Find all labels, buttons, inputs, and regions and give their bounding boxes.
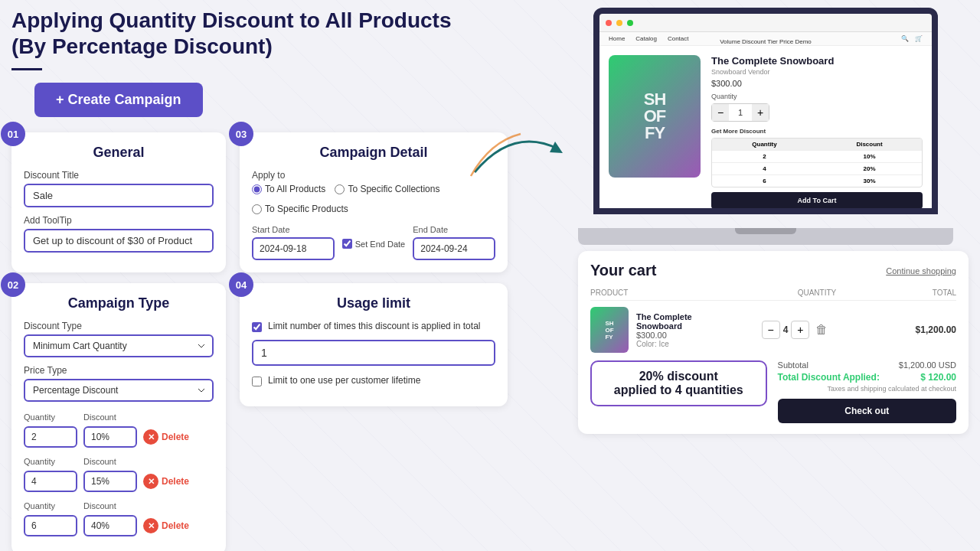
product-name: The Complete Snowboard [711,55,923,67]
cart-delete-icon[interactable]: 🗑 [812,321,831,339]
usage-limit-card: 04 Usage limit Limit number of times thi… [240,283,508,406]
more-discount-label: Get More Discount [711,128,923,135]
nav-contact[interactable]: Contact [668,35,689,42]
browser-dot-green [627,20,633,26]
laptop-qty-minus[interactable]: − [712,104,729,121]
create-campaign-button[interactable]: + Create Campaign [34,83,203,117]
discount-table-header: Quantity Discount [712,139,922,150]
laptop-qty-controls: − 1 + [711,103,769,122]
disc-input-2[interactable] [83,471,137,492]
usage-limit-checkbox-2-row: Limit to one use per customer lifetime [252,375,495,386]
delete-button-3[interactable]: ✕ Delete [143,518,189,533]
qty-discount-row-3: ✕ Delete [24,515,214,536]
cart-col-product-header: PRODUCT [590,289,765,297]
cart-header: Your cart Continue shopping [590,262,956,279]
laptop-qty-plus[interactable]: + [752,104,769,121]
disc-col-header-3: Discount [83,501,116,510]
campaign-type-card: 02 Campaign Type Discount Type Minimum C… [11,283,226,551]
usage-limit-title: Usage limit [252,295,495,311]
end-date-input[interactable] [413,237,495,260]
card-number-01: 01 [1,122,25,146]
cart-item-color: Color: Ice [636,340,731,348]
disc-col-header-2: Discount [83,457,116,466]
right-panel: Home Catalog Contact Volume Discount Tie… [578,8,969,434]
browser-nav: Home Catalog Contact Volume Discount Tie… [599,32,932,46]
usage-limit-checkbox-2[interactable] [252,377,262,386]
continue-shopping-link[interactable]: Continue shopping [886,266,956,276]
checkout-button[interactable]: Check out [778,399,956,423]
radio-all-products[interactable]: To All Products [252,184,325,194]
discount-type-group: Discount Type Minimum Cart Quantity [24,321,214,357]
cart-table-header: PRODUCT QUANTITY TOTAL [590,289,956,301]
disc-input-3[interactable] [83,515,137,536]
store-name: Volume Discount Tier Price Demo [720,38,812,45]
dt-qty-2: 4 [712,163,817,174]
discount-title-label: Discount Title [24,170,214,181]
add-to-cart-button[interactable]: Add To Cart [711,192,923,209]
qty-col-header-3: Quantity [24,501,55,510]
cart-item-info: The Complete Snowboard $300.00 Color: Ic… [636,312,731,348]
start-date-input[interactable] [252,237,335,260]
tooltip-input[interactable] [24,229,214,253]
cart-item-total: $1,200.00 [861,324,956,335]
cart-icon[interactable]: 🛒 [915,35,923,42]
cart-qty-plus[interactable]: + [791,321,809,339]
arrow-graphic [467,119,567,187]
usage-limit-checkbox-1-row: Limit number of times this discount is a… [252,321,495,332]
delete-x-icon-2: ✕ [143,474,158,489]
cart-qty-minus[interactable]: − [762,321,780,339]
laptop-mockup: Home Catalog Contact Volume Discount Tie… [578,8,953,245]
product-vendor: Snowboard Vendor [711,68,923,76]
delete-button-2[interactable]: ✕ Delete [143,474,189,489]
dt-header-qty: Quantity [712,139,817,150]
usage-limit-checkbox-1[interactable] [252,322,262,332]
usage-limit-input[interactable] [252,340,495,366]
set-end-date-checkbox[interactable] [342,239,352,249]
general-card-title: General [24,145,214,161]
dt-header-disc: Discount [817,139,922,150]
delete-x-icon-3: ✕ [143,518,158,533]
general-card: 01 General Discount Title Add ToolTip [11,132,226,272]
browser-dot-red [606,20,612,26]
dt-row-2: 4 20% [712,162,922,174]
qty-col-header-1: Quantity [24,412,55,422]
disc-col-header-1: Discount [83,412,116,422]
page-title: Applying Quantity Discount to All Produc… [11,8,532,59]
laptop-qty-value: 1 [729,108,752,117]
radio-specific-collections[interactable]: To Specific Collections [335,184,439,194]
discount-badge-text: 20% discountapplied to 4 quantities [604,370,753,397]
qty-input-2[interactable] [24,471,77,492]
disc-input-1[interactable] [83,426,137,448]
campaign-detail-title: Campaign Detail [252,145,495,161]
price-type-select[interactable]: Percentage Discount [24,379,214,402]
nav-catalog[interactable]: Catalog [635,35,657,42]
price-type-group: Price Type Percentage Discount [24,365,214,402]
snowboard-graphic-text: SHOFFY [644,91,666,142]
product-price: $300.00 [711,79,923,88]
search-icon[interactable]: 🔍 [901,35,909,42]
delete-x-icon-1: ✕ [143,429,158,445]
cart-title: Your cart [590,262,656,279]
dt-row-3: 6 30% [712,174,922,187]
cart-section: Your cart Continue shopping PRODUCT QUAN… [578,251,969,434]
qty-col-header-2: Quantity [24,457,55,466]
qty-input-3[interactable] [24,515,77,536]
discount-title-input[interactable] [24,184,214,207]
end-date-group: End Date [413,225,495,260]
total-discount-label: Total Discount Applied: [778,372,880,383]
cart-item-name: The Complete Snowboard [636,312,731,331]
dt-disc-1: 10% [817,151,922,162]
subtotal-value: $1,200.00 USD [899,360,956,370]
delete-button-1[interactable]: ✕ Delete [143,429,189,445]
radio-specific-products[interactable]: To Specific Products [252,204,348,214]
discount-type-select[interactable]: Minimum Cart Quantity [24,334,214,357]
qty-discount-row-2: ✕ Delete [24,471,214,492]
cart-item-image: SHOFFY [590,307,629,353]
dt-row-1: 2 10% [712,150,922,162]
start-date-label: Start Date [252,225,335,234]
cart-col-qty-header: QUANTITY [765,289,870,297]
qty-input-1[interactable] [24,426,77,448]
cart-summary: Subtotal $1,200.00 USD Total Discount Ap… [778,360,956,423]
nav-home[interactable]: Home [609,35,625,42]
cart-col-total-header: TOTAL [869,289,956,297]
